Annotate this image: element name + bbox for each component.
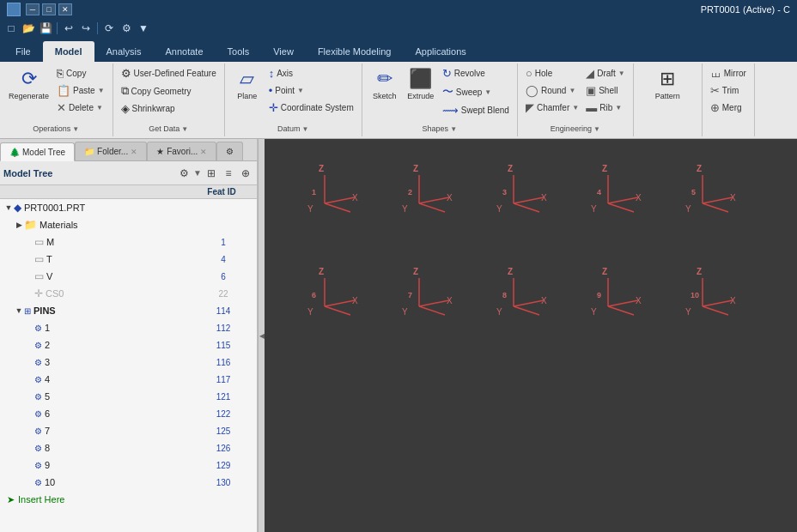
v-expander[interactable] (24, 271, 34, 281)
tree-item-x10[interactable]: ⚙ 10 130 (0, 474, 257, 491)
open-button[interactable]: 📂 (21, 21, 36, 36)
tree-item-t[interactable]: ▭ T 4 (0, 251, 257, 268)
tab-model[interactable]: Model (43, 41, 94, 62)
trim-button[interactable]: ✂ Trim (708, 82, 749, 99)
tree-item-cs0[interactable]: ✛ CS0 22 (0, 285, 257, 302)
tab-folder[interactable]: 📁 Folder... ✕ (75, 142, 147, 160)
get-data-group-label[interactable]: Get Data ▼ (149, 123, 188, 135)
undo-button[interactable]: ↩ (61, 21, 76, 36)
m-expander[interactable] (24, 237, 34, 247)
tree-item-v[interactable]: ▭ V 6 (0, 268, 257, 285)
redo-button[interactable]: ↪ (78, 21, 94, 36)
tree-item-x8[interactable]: ⚙ 8 126 (0, 439, 257, 456)
engineering-group-label[interactable]: Engineering ▼ (551, 123, 600, 135)
round-button[interactable]: ◯ Round ▼ (523, 82, 581, 99)
tab-view[interactable]: View (261, 41, 306, 62)
tree-item-x2[interactable]: ⚙ 2 115 (0, 336, 257, 354)
point-button[interactable]: • Point ▼ (266, 82, 356, 99)
t-expander[interactable] (24, 254, 34, 264)
coord-system-6: Z Y X 6 (307, 267, 358, 317)
x10-expander[interactable] (24, 477, 34, 487)
tree-item-x9[interactable]: ⚙ 9 129 (0, 456, 257, 474)
maximize-button[interactable]: □ (42, 3, 56, 15)
swept-blend-button[interactable]: ⟿ Swept Blend (440, 102, 512, 118)
copy-button[interactable]: ⎘ Copy (54, 65, 107, 82)
tree-item-materials[interactable]: ▶ 📁 Materials (0, 216, 257, 233)
tab-extra[interactable]: ⚙ (216, 142, 243, 160)
hole-button[interactable]: ○ Hole (523, 65, 581, 82)
axis-button[interactable]: ↕ Axis (266, 65, 356, 82)
prt0001-expander[interactable]: ▼ (3, 203, 14, 213)
tree-item-x7[interactable]: ⚙ 7 125 (0, 422, 257, 439)
tree-item-x1[interactable]: ⚙ 1 112 (0, 319, 257, 336)
more-button[interactable]: ▼ (136, 21, 151, 36)
tab-model-tree[interactable]: 🌲 Model Tree (0, 142, 75, 161)
copy-geometry-button[interactable]: ⧉ Copy Geometry (119, 82, 219, 100)
tab-tools[interactable]: Tools (216, 41, 262, 62)
tree-item-prt0001[interactable]: ▼ ◆ PRT0001.PRT (0, 199, 257, 216)
folder-tab-close[interactable]: ✕ (131, 148, 137, 156)
x6-expander[interactable] (24, 408, 34, 419)
shrinkwrap-button[interactable]: ◈ Shrinkwrap (119, 100, 219, 117)
viewport[interactable]: Z Y X 1 Z Y X 2 Z Y (265, 139, 797, 532)
tab-flexible-modeling[interactable]: Flexible Modeling (306, 41, 404, 62)
tree-item-x5[interactable]: ⚙ 5 121 (0, 388, 257, 405)
insert-here[interactable]: ➤ Insert Here (0, 491, 257, 508)
mirror-button[interactable]: ⧢ Mirror (708, 65, 749, 82)
materials-expander[interactable]: ▶ (14, 220, 24, 230)
shell-button[interactable]: ▣ Shell (583, 82, 628, 99)
x5-expander[interactable] (24, 391, 34, 402)
close-button[interactable]: ✕ (58, 3, 72, 15)
cs0-expander[interactable] (24, 288, 34, 299)
user-defined-button[interactable]: ⚙ User-Defined Feature (119, 65, 219, 82)
tree-extra-button[interactable]: ⊕ (238, 166, 253, 181)
favorites-tab-close[interactable]: ✕ (200, 148, 207, 156)
regen-button[interactable]: ⟳ (101, 21, 117, 36)
x1-expander[interactable] (24, 323, 34, 333)
plane-button[interactable]: ▱ Plane (230, 65, 265, 104)
revolve-button[interactable]: ↻ Revolve (440, 65, 512, 82)
merge-button[interactable]: ⊕ Merg (708, 100, 749, 116)
tree-content[interactable]: ▼ ◆ PRT0001.PRT ▶ 📁 Materials ▭ M 1 (0, 199, 257, 532)
save-button[interactable]: 💾 (38, 21, 53, 36)
tab-applications[interactable]: Applications (403, 41, 478, 62)
sweep-button[interactable]: 〜 Sweep ▼ (440, 82, 512, 101)
x8-expander[interactable] (24, 443, 34, 453)
tree-settings-button[interactable]: ⚙ (176, 166, 192, 181)
x4-expander[interactable] (24, 374, 34, 384)
draft-button[interactable]: ◢ Draft ▼ (583, 65, 628, 82)
datum-group-label[interactable]: Datum ▼ (277, 123, 308, 135)
x2-expander[interactable] (24, 340, 34, 350)
minimize-button[interactable]: ─ (26, 3, 40, 15)
tree-columns-button[interactable]: ≡ (221, 166, 236, 181)
operations-group-label[interactable]: Operations ▼ (33, 123, 79, 135)
tree-item-m[interactable]: ▭ M 1 (0, 233, 257, 251)
pins-expander[interactable]: ▼ (14, 305, 24, 316)
tree-item-x4[interactable]: ⚙ 4 117 (0, 371, 257, 388)
delete-button[interactable]: ✕ Delete ▼ (54, 100, 107, 116)
tree-item-pins[interactable]: ▼ ⊞ PINS 114 (0, 302, 257, 319)
regenerate-button[interactable]: ⟳ Regenerate (5, 65, 52, 104)
shapes-group-label[interactable]: Shapes ▼ (423, 123, 457, 135)
extrude-button[interactable]: ⬛ Extrude (404, 65, 438, 104)
tree-item-x3[interactable]: ⚙ 3 116 (0, 354, 257, 371)
tab-file[interactable]: File (3, 41, 43, 62)
tree-filter-button[interactable]: ⊞ (204, 166, 219, 181)
x9-expander[interactable] (24, 460, 34, 470)
coord-sys-button[interactable]: ✛ Coordinate System (266, 100, 356, 116)
x3-expander[interactable] (24, 357, 34, 367)
panel-collapse-handle[interactable]: ◀ (258, 139, 265, 532)
tree-view-dropdown[interactable]: ▼ (193, 168, 202, 178)
sketch-button[interactable]: ✏ Sketch (368, 65, 402, 104)
tree-item-x6[interactable]: ⚙ 6 122 (0, 405, 257, 422)
tab-analysis[interactable]: Analysis (94, 41, 154, 62)
settings-button[interactable]: ⚙ (119, 21, 134, 36)
new-button[interactable]: □ (3, 21, 19, 36)
tab-annotate[interactable]: Annotate (153, 41, 215, 62)
pattern-button[interactable]: ⊞ Pattern (650, 65, 684, 104)
paste-button[interactable]: 📋 Paste ▼ (54, 82, 107, 99)
rib-button[interactable]: ▬ Rib ▼ (583, 100, 628, 116)
chamfer-button[interactable]: ◤ Chamfer ▼ (523, 100, 581, 116)
x7-expander[interactable] (24, 426, 34, 436)
tab-favorites[interactable]: ★ Favori... ✕ (147, 142, 216, 160)
